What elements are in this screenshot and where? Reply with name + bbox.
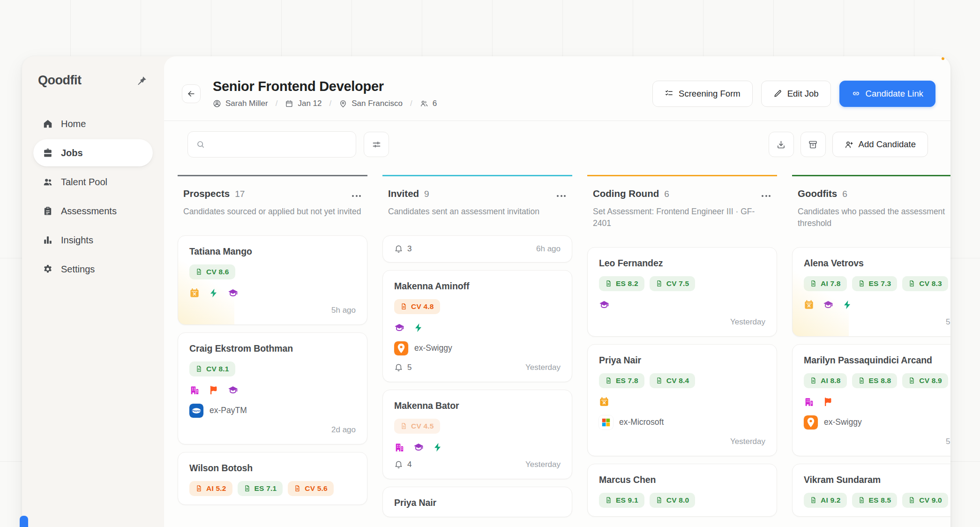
screening-form-button[interactable]: Screening Form [652, 81, 753, 107]
score-badges: AI 8.8ES 8.8CV 8.9 [804, 373, 950, 388]
card-footer: Yesterday [599, 316, 765, 328]
document-icon [858, 377, 865, 384]
score-badges: AI 5.2ES 7.1CV 5.6 [189, 481, 356, 496]
candidate-card[interactable]: 36h ago [382, 235, 572, 263]
column-goodfits: Goodfits6Candidates who passed the asses… [792, 175, 950, 517]
bolt-icon [842, 300, 853, 310]
column-description: Candidates who passed the assessment thr… [798, 206, 950, 229]
candidate-card-vikram-sundaram[interactable]: Vikram SundaramAI 9.2ES 8.5CV 9.0 [792, 464, 950, 517]
sidebar-pin-icon[interactable] [136, 75, 148, 87]
archive-button[interactable] [800, 132, 826, 157]
candidate-link-button[interactable]: Candidate Link [839, 81, 935, 107]
back-button[interactable] [182, 84, 201, 103]
card-timestamp: 5h ago [946, 317, 950, 327]
column-coding-round: Coding Round6Set Assessment: Frontend En… [587, 175, 777, 517]
sidebar-nav: HomeJobsTalent PoolAssessmentsInsightsSe… [33, 110, 153, 283]
column-count: 6 [664, 189, 669, 199]
job-date: Jan 12 [285, 99, 322, 108]
document-icon [908, 377, 915, 384]
candidate-card-makenna-bator[interactable]: Makenna BatorCV 4.54Yesterday [382, 390, 572, 479]
column-menu-button[interactable] [351, 191, 362, 201]
score-badge: ES 7.8 [599, 373, 644, 388]
score-badge: CV 8.3 [902, 276, 948, 291]
score-badge: CV 8.0 [650, 493, 696, 508]
candidate-card-priya-nair[interactable]: Priya NairES 7.8CV 8.4ex-MicrosoftYester… [587, 344, 777, 456]
sidebar-item-label: Settings [61, 264, 95, 275]
column-title: Coding Round [593, 188, 659, 199]
candidate-card-marilyn-passaquindici-arcand[interactable]: Marilyn Passaquindici ArcandAI 8.8ES 8.8… [792, 344, 950, 456]
candidate-card-craig-ekstrom-bothman[interactable]: Craig Ekstrom BothmanCV 8.1Paytmex-PayTM… [178, 332, 367, 444]
gear-icon [43, 264, 53, 274]
export-button[interactable] [769, 132, 794, 157]
sidebar-item-home[interactable]: Home [33, 110, 153, 137]
score-badge: AI 5.2 [189, 481, 232, 496]
archive-icon [808, 140, 818, 150]
score-badges: ES 8.2CV 7.5 [599, 276, 765, 291]
candidate-card-priya-nair[interactable]: Priya Nair [382, 487, 572, 517]
card-timestamp: 5h ago [946, 437, 950, 446]
score-badges: CV 4.5 [394, 419, 561, 434]
search-icon [196, 140, 205, 149]
sidebar-item-settings[interactable]: Settings [33, 256, 153, 283]
sidebar-item-label: Home [61, 119, 86, 129]
signal-icons [394, 323, 561, 333]
reminder-count: 3 [394, 244, 411, 254]
score-badge: CV 8.6 [189, 264, 235, 279]
paytm-logo-icon: Paytm [189, 404, 203, 418]
candidate-name: Priya Nair [599, 355, 765, 366]
column-title: Invited [388, 188, 419, 199]
candidate-card-wilson-botosh[interactable]: Wilson BotoshAI 5.2ES 7.1CV 5.6 [178, 452, 367, 505]
company-row: ex-Swiggy [394, 341, 561, 355]
app-window: Qoodfit HomeJobsTalent PoolAssessmentsIn… [22, 56, 950, 527]
candidate-name: Priya Nair [394, 497, 561, 508]
company-row: Paytmex-PayTM [189, 404, 356, 418]
card-footer: 2d ago [189, 424, 356, 436]
candidate-card-alena-vetrovs[interactable]: Alena VetrovsAI 7.8ES 7.3CV 8.35h ago [792, 247, 950, 337]
bolt-icon [209, 288, 219, 298]
column-header: Prospects17Candidates sourced or applied… [178, 176, 367, 218]
card-timestamp: Yesterday [730, 317, 765, 327]
column-prospects: Prospects17Candidates sourced or applied… [178, 175, 367, 505]
company-name: ex-Swiggy [824, 417, 862, 427]
column-menu-button[interactable] [761, 191, 771, 201]
document-icon [244, 485, 251, 492]
job-meta: Sarah Miller / Jan 12 / San Francisco / [213, 99, 640, 108]
search-box[interactable] [187, 131, 356, 158]
candidate-card-marcus-chen[interactable]: Marcus ChenES 9.1CV 8.0 [587, 464, 777, 517]
candidate-name: Tatiana Mango [189, 246, 356, 257]
document-icon [400, 303, 407, 310]
document-icon [908, 497, 915, 504]
column-header: Invited9Candidates sent an assessment in… [382, 176, 572, 218]
score-badges: CV 4.8 [394, 299, 561, 314]
score-badge: ES 7.3 [852, 276, 898, 291]
candidate-card-makenna-aminoff[interactable]: Makenna AminoffCV 4.8ex-Swiggy5Yesterday [382, 270, 572, 382]
sidebar-item-label: Talent Pool [61, 177, 107, 188]
job-members: 6 [420, 99, 437, 108]
column-menu-button[interactable] [556, 191, 567, 201]
candidate-card-leo-fernandez[interactable]: Leo FernandezES 8.2CV 7.5Yesterday [587, 247, 777, 337]
card-timestamp: 2d ago [331, 425, 356, 435]
candidate-card-tatiana-mango[interactable]: Tatiana MangoCV 8.65h ago [178, 235, 367, 325]
score-badge: ES 9.1 [599, 493, 644, 508]
document-icon [605, 280, 612, 287]
edit-job-button[interactable]: Edit Job [761, 81, 831, 107]
score-badges: AI 7.8ES 7.3CV 8.3 [804, 276, 950, 291]
swiggy-logo-icon [394, 341, 408, 355]
search-input[interactable] [211, 140, 348, 149]
calendar-x-icon [599, 397, 609, 407]
sidebar-item-talent-pool[interactable]: Talent Pool [33, 168, 153, 196]
cap-icon [823, 300, 833, 310]
microsoft-logo-icon [599, 415, 613, 429]
person-plus-icon [845, 140, 853, 149]
column-description: Candidates sourced or applied but not ye… [183, 206, 362, 218]
bell-icon [394, 244, 403, 253]
filter-button[interactable] [364, 132, 389, 157]
sidebar-item-assessments[interactable]: Assessments [33, 197, 153, 225]
sidebar-item-jobs[interactable]: Jobs [33, 139, 153, 166]
signal-icons [804, 397, 950, 407]
company-name: ex-PayTM [209, 406, 247, 415]
add-candidate-button[interactable]: Add Candidate [832, 132, 928, 157]
sidebar-item-insights[interactable]: Insights [33, 226, 153, 254]
document-icon [810, 497, 817, 504]
checklist-icon [665, 89, 673, 98]
